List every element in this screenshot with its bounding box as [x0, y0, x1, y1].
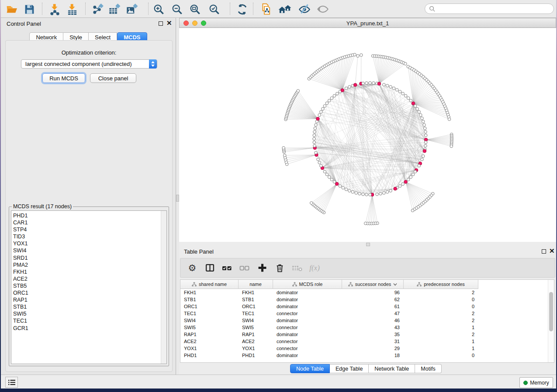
run-mcds-button[interactable]: Run MCDS [42, 73, 85, 83]
close-panel-icon[interactable]: ✕ [549, 247, 555, 255]
column-header-MCDS-role[interactable]: MCDS role [273, 280, 342, 289]
export-network-button[interactable] [90, 2, 105, 17]
mcds-result-item[interactable]: FKH1 [11, 268, 166, 275]
table-row-PHD1[interactable]: PHD1PHD1dominator180 [180, 352, 554, 359]
mcds-result-item[interactable]: RAP1 [11, 296, 166, 303]
zoom-fit-button[interactable] [187, 2, 202, 17]
vertical-splitter[interactable] [176, 18, 179, 375]
table-row-FKH1[interactable]: FKH1FKH1dominator962 [180, 289, 554, 296]
zoom-selected-button[interactable] [207, 2, 221, 17]
function-builder-button[interactable]: f(x) [309, 262, 320, 274]
cell: dominator [273, 352, 342, 359]
unselect-all-button[interactable] [239, 262, 250, 274]
select-all-button[interactable] [221, 262, 233, 274]
cell: 1 [404, 324, 478, 331]
import-network-button[interactable] [47, 2, 62, 17]
zoom-out-button[interactable] [170, 2, 184, 17]
add-row-button[interactable] [256, 262, 268, 274]
mcds-result-item[interactable]: SWI4 [11, 247, 166, 254]
unchecked-boxes-icon [239, 263, 250, 273]
column-label: successor nodes [355, 282, 391, 287]
main-toolbar [1, 0, 556, 18]
tab-node-table[interactable]: Node Table [290, 364, 330, 373]
mcds-result-item[interactable]: ACE2 [11, 275, 166, 282]
export-image-button[interactable] [125, 2, 139, 17]
eye-icon [317, 3, 329, 15]
splitter-grip[interactable] [176, 195, 179, 202]
column-label: predecessor nodes [424, 282, 465, 287]
cell: SWI5 [180, 324, 239, 331]
mcds-result-item[interactable]: STP4 [11, 226, 166, 233]
mcds-result-item[interactable]: STB5 [11, 282, 166, 289]
show-all-button[interactable] [315, 2, 330, 17]
close-panel-button[interactable]: Close panel [90, 73, 136, 83]
splitter-grip[interactable] [366, 243, 370, 246]
open-session-button[interactable] [4, 2, 19, 17]
show-column-button[interactable] [204, 262, 215, 274]
delete-rows-button[interactable] [274, 262, 285, 274]
cell: FKH1 [180, 289, 239, 296]
table-row-TEC1[interactable]: TEC1TEC1connector472 [180, 310, 554, 317]
cell: PHD1 [239, 352, 273, 359]
float-panel-icon[interactable] [542, 249, 546, 254]
tab-motifs[interactable]: Motifs [415, 364, 441, 373]
mcds-list-scrollbar[interactable] [161, 211, 166, 364]
table-row-ACE2[interactable]: ACE2ACE2connector311 [180, 338, 554, 345]
mcds-result-item[interactable]: YOX1 [11, 240, 166, 247]
tab-network-table[interactable]: Network Table [369, 364, 415, 373]
mcds-result-item[interactable]: PMA2 [11, 261, 166, 268]
column-header-successor-nodes[interactable]: successor nodes [342, 280, 404, 289]
memory-button[interactable]: Memory [519, 377, 553, 388]
mcds-result-item[interactable]: PHD1 [11, 212, 166, 219]
cell: connector [273, 345, 342, 352]
export-table-button[interactable] [107, 2, 122, 17]
horizontal-splitter[interactable] [179, 242, 556, 247]
refresh-layout-button[interactable] [235, 2, 249, 17]
task-history-button[interactable] [5, 377, 18, 388]
delete-table-button[interactable] [291, 262, 303, 274]
criterion-select[interactable]: largest connected component (undirected) [21, 59, 157, 69]
network-graph-canvas[interactable] [179, 28, 556, 242]
table-row-RAP1[interactable]: RAP1RAP1dominator352 [180, 331, 554, 338]
column-header-name[interactable]: name [239, 280, 273, 289]
mcds-result-item[interactable]: SRD1 [11, 254, 166, 261]
float-panel-icon[interactable] [159, 21, 163, 26]
cell: ORC1 [180, 303, 239, 310]
save-session-button[interactable] [22, 2, 37, 17]
table-row-YOX1[interactable]: YOX1YOX1connector291 [180, 345, 554, 352]
first-neighbors-button[interactable] [277, 2, 292, 17]
mcds-result-item[interactable]: GCR1 [11, 325, 166, 332]
clone-network-button[interactable] [259, 2, 273, 17]
tab-edge-table[interactable]: Edge Table [330, 364, 369, 373]
columns-icon [205, 263, 214, 272]
zoom-in-icon [153, 3, 165, 15]
cell: SWI4 [180, 317, 239, 324]
mcds-result-item[interactable]: STB1 [11, 303, 166, 310]
refresh-icon [236, 3, 248, 15]
search-input[interactable] [438, 6, 547, 12]
table-options-button[interactable]: ⚙ [187, 262, 198, 274]
hide-selected-button[interactable] [297, 2, 312, 17]
close-panel-icon[interactable]: ✕ [166, 19, 172, 27]
export-network-icon [92, 3, 104, 15]
select-stepper-icon [149, 59, 157, 69]
mcds-result-list: PHD1CAR1STP4TID3YOX1SWI4SRD1PMA2FKH1ACE2… [11, 210, 167, 364]
column-header-shared-name[interactable]: shared name [180, 280, 239, 289]
table-row-SWI4[interactable]: SWI4SWI4dominator462 [180, 317, 554, 324]
column-header-predecessor-nodes[interactable]: predecessor nodes [404, 280, 478, 289]
mcds-result-item[interactable]: TID3 [11, 233, 166, 240]
mcds-result-item[interactable]: SWI5 [11, 310, 166, 317]
table-row-STB1[interactable]: STB1STB1dominator620 [180, 296, 554, 303]
scrollbar-thumb[interactable] [549, 292, 553, 331]
mcds-result-item[interactable]: TEC1 [11, 317, 166, 324]
zoom-in-button[interactable] [151, 2, 166, 17]
cell: 1 [404, 345, 478, 352]
table-scrollbar[interactable] [548, 280, 554, 362]
table-row-SWI5[interactable]: SWI5SWI5connector431 [180, 324, 554, 331]
cytoscape-app: Control Panel ✕ NetworkStyleSelectMCDS O… [1, 0, 556, 389]
cell: RAP1 [239, 331, 273, 338]
import-table-button[interactable] [65, 2, 80, 17]
table-row-ORC1[interactable]: ORC1ORC1dominator610 [180, 303, 554, 310]
mcds-result-item[interactable]: ORC1 [11, 289, 166, 296]
mcds-result-item[interactable]: CAR1 [11, 219, 166, 226]
